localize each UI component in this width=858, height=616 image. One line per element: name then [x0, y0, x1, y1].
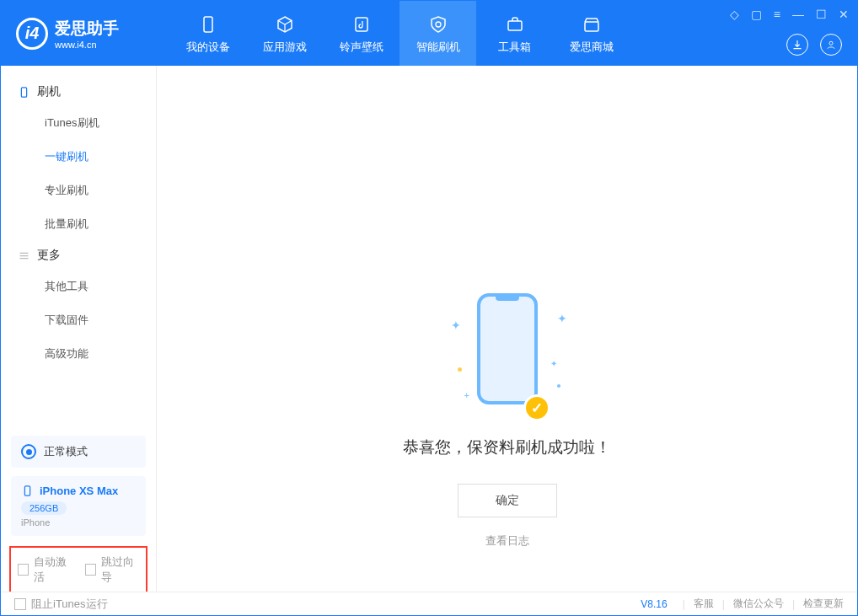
list-icon — [18, 249, 30, 262]
device-icon — [21, 485, 34, 497]
sidebar-item-oneclick-flash[interactable]: 一键刷机 — [1, 140, 156, 174]
brand-url: www.i4.cn — [55, 40, 119, 50]
mode-indicator-icon — [21, 444, 36, 459]
footer-wechat-link[interactable]: 微信公众号 — [733, 597, 784, 611]
skip-guide-checkbox[interactable]: 跳过向导 — [85, 554, 139, 585]
svg-rect-6 — [24, 486, 29, 495]
header-right-icons — [786, 34, 842, 56]
content-area: ✓ ✦ ✦ + ✦ 恭喜您，保资料刷机成功啦！ 确定 查看日志 — [157, 66, 857, 593]
device-info-box[interactable]: iPhone XS Max 256GB iPhone — [11, 476, 146, 536]
checkbox-icon — [14, 598, 26, 610]
svg-rect-0 — [204, 17, 212, 32]
user-icon[interactable] — [820, 34, 842, 56]
svg-rect-5 — [21, 87, 26, 96]
download-icon[interactable] — [786, 34, 808, 56]
sidebar-item-batch-flash[interactable]: 批量刷机 — [1, 207, 156, 241]
brand-name: 爱思助手 — [55, 18, 119, 40]
svg-point-4 — [829, 41, 833, 45]
device-name: iPhone XS Max — [40, 485, 118, 497]
music-icon — [350, 13, 373, 36]
checkmark-icon: ✓ — [523, 394, 550, 421]
footer: 阻止iTunes运行 V8.16 | 客服 | 微信公众号 | 检查更新 — [1, 592, 857, 615]
sparkle-icon: ✦ — [451, 319, 461, 332]
success-message: 恭喜您，保资料刷机成功啦！ — [157, 437, 857, 458]
sparkle-icon: + — [464, 390, 469, 400]
mode-label: 正常模式 — [44, 444, 88, 459]
sidebar-group-more: 更多 — [1, 241, 156, 270]
cube-icon — [273, 13, 297, 36]
sparkle-icon: ✦ — [557, 312, 567, 325]
maximize-icon[interactable]: ☐ — [816, 8, 827, 21]
version-label: V8.16 — [641, 598, 667, 610]
footer-service-link[interactable]: 客服 — [694, 597, 714, 611]
svg-rect-1 — [356, 18, 367, 31]
footer-check-update-link[interactable]: 检查更新 — [803, 597, 844, 611]
store-icon — [580, 13, 603, 36]
sidebar-item-download-firmware[interactable]: 下载固件 — [1, 303, 156, 337]
briefcase-icon — [503, 13, 527, 36]
dot-icon — [557, 384, 560, 388]
tab-store[interactable]: 爱思商城 — [553, 1, 630, 66]
activation-options-highlight: 自动激活 跳过向导 — [9, 546, 147, 593]
sidebar: 刷机 iTunes刷机 一键刷机 专业刷机 批量刷机 更多 其他工具 下载固件 … — [1, 66, 157, 593]
sidebar-item-itunes-flash[interactable]: iTunes刷机 — [1, 106, 156, 140]
checkbox-icon — [85, 564, 96, 576]
stop-itunes-checkbox[interactable]: 阻止iTunes运行 — [14, 597, 108, 612]
shirt-icon[interactable]: ◇ — [730, 8, 739, 21]
phone-outline-icon — [18, 86, 30, 99]
phone-success-illustration: ✓ ✦ ✦ + ✦ — [469, 293, 545, 420]
svg-rect-2 — [508, 21, 522, 30]
minimize-icon[interactable]: — — [792, 8, 804, 21]
header: i4 爱思助手 www.i4.cn 我的设备 应用游戏 铃声壁纸 智能刷机 工具… — [1, 1, 857, 66]
menu-icon[interactable]: ≡ — [774, 8, 780, 21]
tab-my-device[interactable]: 我的设备 — [169, 1, 246, 66]
device-mode-box[interactable]: 正常模式 — [11, 436, 146, 468]
auto-activate-checkbox[interactable]: 自动激活 — [18, 554, 72, 585]
tab-apps[interactable]: 应用游戏 — [246, 1, 323, 66]
note-icon[interactable]: ▢ — [751, 8, 762, 21]
tab-ringtones[interactable]: 铃声壁纸 — [323, 1, 400, 66]
sidebar-group-flash: 刷机 — [1, 78, 156, 106]
sidebar-item-advanced[interactable]: 高级功能 — [1, 337, 156, 371]
tab-smart-flash[interactable]: 智能刷机 — [400, 1, 476, 66]
close-icon[interactable]: ✕ — [839, 8, 849, 21]
logo-icon: i4 — [16, 18, 48, 50]
device-capacity-badge: 256GB — [21, 501, 67, 515]
sidebar-item-pro-flash[interactable]: 专业刷机 — [1, 174, 156, 207]
svg-rect-3 — [585, 22, 598, 31]
sparkle-icon: ✦ — [550, 359, 557, 368]
window-controls: ◇ ▢ ≡ — ☐ ✕ — [730, 8, 849, 21]
logo[interactable]: i4 爱思助手 www.i4.cn — [1, 1, 169, 66]
ok-button[interactable]: 确定 — [458, 484, 557, 517]
tab-toolbox[interactable]: 工具箱 — [476, 1, 553, 66]
refresh-shield-icon — [426, 13, 450, 36]
success-panel: ✓ ✦ ✦ + ✦ 恭喜您，保资料刷机成功啦！ 确定 查看日志 — [157, 293, 857, 549]
device-type: iPhone — [21, 517, 136, 528]
view-log-link[interactable]: 查看日志 — [485, 534, 529, 547]
sidebar-item-other-tools[interactable]: 其他工具 — [1, 270, 156, 303]
phone-icon — [196, 13, 220, 36]
dot-icon — [458, 367, 462, 372]
checkbox-icon — [18, 564, 29, 576]
